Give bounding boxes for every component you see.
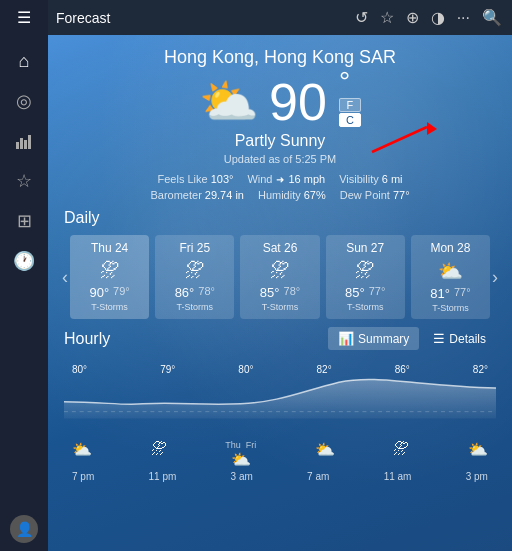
daily-day-3: Sun 27 [330, 241, 401, 255]
title-bar: ☰ Forecast ↺ ☆ ⊕ ◑ ··· 🔍 [0, 0, 512, 35]
daily-day-1: Fri 25 [159, 241, 230, 255]
refresh-icon[interactable]: ↺ [355, 8, 368, 27]
visibility-detail: Visibility 6 mi [339, 173, 402, 185]
unit-f-button[interactable]: F [339, 98, 361, 112]
hourly-times-row: 7 pm 11 pm 3 am 7 am 11 am 3 pm [64, 469, 496, 482]
visibility-label: Visibility [339, 173, 379, 185]
barometer-label: Barometer [150, 189, 201, 201]
daily-cond-2: T-Storms [244, 302, 315, 312]
hourly-icons-row: ⛅ ⛈ Thu Fri ⛅ ⛅ ⛈ [64, 440, 496, 469]
wind-label: Wind [247, 173, 272, 185]
tab-details[interactable]: ☰ Details [423, 327, 496, 350]
dew-point-label: Dew Point [340, 189, 390, 201]
location-text: Hong Kong, Hong Kong SAR [64, 47, 496, 68]
daily-cards: Thu 24 ⛈ 90° 79° T-Storms Fri 25 ⛈ [70, 235, 490, 319]
time-4: 11 am [384, 471, 412, 482]
star-icon[interactable]: ☆ [380, 8, 394, 27]
main-area: ⌂ ◎ ☆ ⊞ 🕐 👤 Hong Kong, Hong Kong SAR ⛅ 9… [0, 35, 512, 551]
daily-high-0: 90° [89, 285, 109, 300]
humidity-value: 67% [304, 189, 326, 201]
daily-prev-arrow[interactable]: ‹ [60, 267, 70, 288]
daily-section-title: Daily [64, 209, 496, 227]
weather-inner: Hong Kong, Hong Kong SAR ⛅ 90 ° F C [48, 35, 512, 494]
daily-icon-0: ⛈ [74, 259, 145, 282]
details-row-1: Feels Like 103° Wind ➜ 16 mph Visibility… [64, 173, 496, 185]
daily-high-4: 81° [430, 286, 450, 301]
hourly-item-1: ⛈ [151, 440, 167, 469]
daily-high-2: 85° [260, 285, 280, 300]
daily-cond-3: T-Storms [330, 302, 401, 312]
temp-label-2: 80° [238, 364, 253, 375]
summary-tab-icon: 📊 [338, 331, 354, 346]
daily-icon-2: ⛈ [244, 259, 315, 282]
feels-like-value: 103° [211, 173, 234, 185]
pin-icon[interactable]: ⊕ [406, 8, 419, 27]
sidebar-item-star[interactable]: ☆ [4, 163, 44, 199]
more-icon[interactable]: ··· [457, 9, 470, 27]
svg-rect-0 [16, 142, 19, 149]
daily-next-arrow[interactable]: › [490, 267, 500, 288]
daily-temps-2: 85° 78° [244, 285, 315, 300]
daily-day-0: Thu 24 [74, 241, 145, 255]
tab-summary[interactable]: 📊 Summary [328, 327, 419, 350]
daily-temps-3: 85° 77° [330, 285, 401, 300]
daily-temps-0: 90° 79° [74, 285, 145, 300]
hourly-item-4: ⛈ [393, 440, 409, 469]
hourly-item-0: ⛅ [72, 440, 92, 469]
humidity-detail: Humidity 67% [258, 189, 326, 201]
sidebar-item-clock[interactable]: 🕐 [4, 243, 44, 279]
unit-toggle: F C [339, 98, 361, 127]
hourly-header: Hourly 📊 Summary ☰ Details [64, 327, 496, 350]
daily-day-4: Mon 28 [415, 241, 486, 255]
daily-icon-3: ⛈ [330, 259, 401, 282]
svg-line-4 [372, 127, 427, 152]
humidity-label: Humidity [258, 189, 301, 201]
hourly-section-title: Hourly [64, 330, 110, 348]
hourly-icon-2: ⛅ [231, 450, 251, 469]
search-icon[interactable]: 🔍 [482, 8, 502, 27]
time-3: 7 am [307, 471, 329, 482]
daily-card-1[interactable]: Fri 25 ⛈ 86° 78° T-Storms [155, 235, 234, 319]
daily-low-1: 78° [198, 285, 215, 300]
title-controls: ↺ ☆ ⊕ ◑ ··· 🔍 [355, 8, 512, 27]
time-0: 7 pm [72, 471, 94, 482]
user-avatar[interactable]: 👤 [10, 515, 38, 543]
night-icon[interactable]: ◑ [431, 8, 445, 27]
barometer-value: 29.74 in [205, 189, 244, 201]
hourly-item-5: ⛅ [468, 440, 488, 469]
time-1: 11 pm [149, 471, 177, 482]
daily-high-3: 85° [345, 285, 365, 300]
degree-sign: ° [339, 68, 350, 96]
unit-c-button[interactable]: C [339, 113, 361, 127]
daily-day-2: Sat 26 [244, 241, 315, 255]
daily-container: ‹ Thu 24 ⛈ 90° 79° T-Storms Fri [60, 235, 500, 319]
tab-summary-label: Summary [358, 332, 409, 346]
daily-card-3[interactable]: Sun 27 ⛈ 85° 77° T-Storms [326, 235, 405, 319]
dew-point-detail: Dew Point 77° [340, 189, 410, 201]
sidebar-item-chart[interactable] [4, 123, 44, 159]
daily-icon-1: ⛈ [159, 259, 230, 282]
current-weather-icon: ⛅ [199, 74, 259, 130]
annotation-arrow [372, 117, 452, 161]
daily-card-4[interactable]: Mon 28 ⛅ 81° 77° T-Storms [411, 235, 490, 319]
barometer-detail: Barometer 29.74 in [150, 189, 244, 201]
hamburger-icon[interactable]: ☰ [17, 8, 31, 27]
visibility-value: 6 mi [382, 173, 403, 185]
temp-unit-group: ° F C [339, 68, 361, 127]
temp-label-5: 82° [473, 364, 488, 375]
dew-point-value: 77° [393, 189, 410, 201]
sidebar-item-grid[interactable]: ⊞ [4, 203, 44, 239]
app-container: ☰ Forecast ↺ ☆ ⊕ ◑ ··· 🔍 ⌂ ◎ ☆ ⊞ 🕐 👤 [0, 0, 512, 551]
daily-low-3: 77° [369, 285, 386, 300]
sidebar-item-home[interactable]: ⌂ [4, 43, 44, 79]
daily-card-2[interactable]: Sat 26 ⛈ 85° 78° T-Storms [240, 235, 319, 319]
daily-low-4: 77° [454, 286, 471, 301]
wind-detail: Wind ➜ 16 mph [247, 173, 325, 185]
daily-high-1: 86° [175, 285, 195, 300]
svg-rect-2 [24, 140, 27, 149]
wind-value: 16 mph [288, 173, 325, 185]
svg-rect-1 [20, 138, 23, 149]
daily-cond-4: T-Storms [415, 303, 486, 313]
sidebar-item-globe[interactable]: ◎ [4, 83, 44, 119]
daily-card-0[interactable]: Thu 24 ⛈ 90° 79° T-Storms [70, 235, 149, 319]
